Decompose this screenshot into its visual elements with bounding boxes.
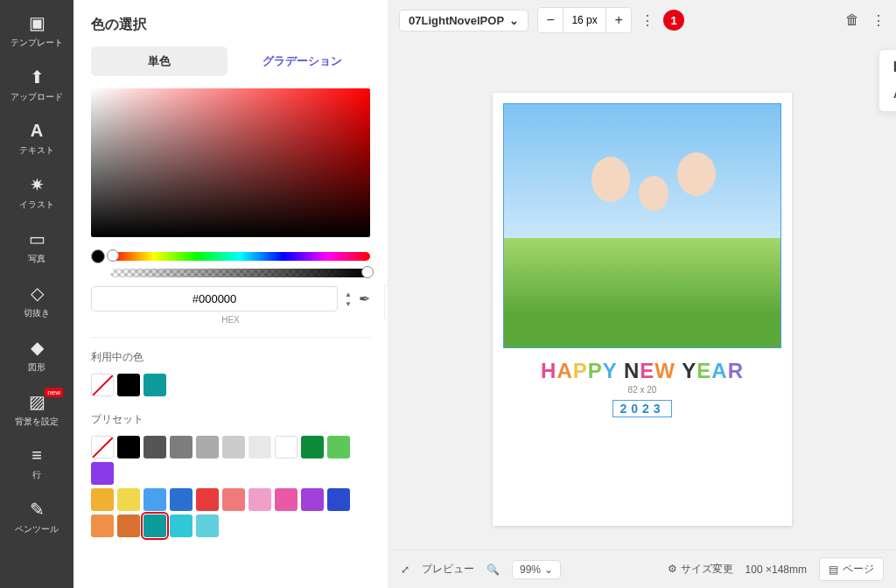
sidebar-item-shape[interactable]: ◆図形 bbox=[0, 328, 74, 382]
saturation-value-picker[interactable] bbox=[91, 88, 370, 237]
year-text[interactable]: 2023 bbox=[612, 400, 672, 417]
swatch[interactable] bbox=[248, 436, 271, 458]
more-icon[interactable]: ⋮ bbox=[640, 12, 654, 29]
swatch[interactable] bbox=[144, 436, 166, 458]
text-icon: A bbox=[31, 121, 43, 141]
panel-title: 色の選択 bbox=[91, 16, 370, 34]
hex-label: HEX bbox=[91, 315, 370, 325]
vertical-text-button[interactable]: A↓ bbox=[890, 83, 896, 104]
alpha-thumb[interactable] bbox=[361, 266, 374, 278]
lines-icon: ≡ bbox=[32, 445, 42, 466]
font-select[interactable]: 07LightNovelPOP⌄ bbox=[399, 10, 528, 32]
left-sidebar: ▣テンプレート ⬆アップロード Aテキスト ✷イラスト ▭写真 ◇切抜き ◆図形… bbox=[0, 0, 74, 588]
swatch[interactable] bbox=[196, 436, 219, 458]
swatch[interactable] bbox=[196, 488, 219, 511]
sidebar-item-text[interactable]: Aテキスト bbox=[0, 112, 74, 165]
swatch[interactable] bbox=[117, 374, 140, 396]
swatch[interactable] bbox=[196, 514, 219, 537]
swatch[interactable] bbox=[91, 462, 114, 485]
swatch[interactable] bbox=[327, 488, 350, 511]
tab-gradient[interactable]: グラデーション bbox=[234, 46, 371, 76]
canvas-dims: 100 ×148mm bbox=[746, 564, 807, 576]
card-photo[interactable] bbox=[503, 103, 781, 348]
bold-button[interactable]: B bbox=[890, 57, 896, 78]
more-icon[interactable]: ⋮ bbox=[872, 12, 886, 29]
hex-input[interactable] bbox=[91, 286, 338, 312]
preset-label: プリセット bbox=[91, 412, 370, 427]
preset-swatches bbox=[91, 436, 370, 537]
top-toolbar: 07LightNovelPOP⌄ − + ⋮ 1 🗑 ⋮ bbox=[388, 0, 896, 40]
sidebar-item-crop[interactable]: ◇切抜き bbox=[0, 274, 74, 328]
swatch[interactable] bbox=[91, 436, 114, 458]
swatch[interactable] bbox=[248, 488, 271, 511]
crop-icon: ◇ bbox=[31, 283, 44, 304]
swatch[interactable] bbox=[144, 514, 166, 537]
sidebar-item-illust[interactable]: ✷イラスト bbox=[0, 165, 74, 220]
hue-thumb[interactable] bbox=[107, 249, 119, 262]
photo-icon: ▭ bbox=[29, 228, 46, 249]
swatch[interactable] bbox=[301, 488, 324, 511]
sidebar-item-line[interactable]: ≡行 bbox=[0, 437, 74, 490]
swatch[interactable] bbox=[117, 514, 140, 537]
tab-solid[interactable]: 単色 bbox=[91, 46, 228, 76]
sidebar-item-background[interactable]: ▨new背景を設定 bbox=[0, 382, 74, 437]
background-icon: ▨ bbox=[29, 391, 46, 412]
swatch[interactable] bbox=[301, 436, 324, 458]
page-button[interactable]: ▤ ページ bbox=[819, 557, 884, 581]
swatch[interactable] bbox=[91, 514, 114, 537]
swatch[interactable] bbox=[170, 488, 192, 511]
zoom-select[interactable]: 99%⌄ bbox=[512, 560, 561, 579]
swatch[interactable] bbox=[222, 488, 245, 511]
font-size-decrease[interactable]: − bbox=[538, 8, 563, 32]
sidebar-item-upload[interactable]: ⬆アップロード bbox=[0, 58, 74, 112]
hex-stepper[interactable]: ▲▼ bbox=[345, 290, 352, 308]
upload-icon: ⬆ bbox=[30, 66, 45, 88]
trash-icon[interactable]: 🗑 bbox=[845, 12, 859, 29]
sidebar-item-pen[interactable]: ✎ペンツール bbox=[0, 490, 74, 544]
zoom-out-icon[interactable]: 🔍 bbox=[486, 564, 500, 576]
chevron-down-icon: ⌄ bbox=[509, 14, 519, 27]
swatch[interactable] bbox=[91, 488, 114, 511]
inuse-swatches bbox=[91, 374, 370, 396]
hue-slider[interactable] bbox=[110, 252, 370, 261]
font-size-increase[interactable]: + bbox=[606, 8, 631, 32]
resize-button[interactable]: ⚙ サイズ変更 bbox=[668, 562, 732, 577]
hue-thumb-preview bbox=[91, 249, 105, 263]
bottom-toolbar: ⤢ プレビュー 🔍 99%⌄ ⚙ サイズ変更 100 ×148mm ▤ ページ bbox=[388, 550, 896, 588]
shape-icon: ◆ bbox=[31, 337, 44, 358]
sidebar-item-template[interactable]: ▣テンプレート bbox=[0, 4, 74, 58]
sidebar-item-photo[interactable]: ▭写真 bbox=[0, 220, 74, 274]
happy-new-year-text[interactable]: HAPPY NEW YEAR bbox=[503, 359, 781, 383]
swatch[interactable] bbox=[275, 488, 298, 511]
inuse-label: 利用中の色 bbox=[91, 350, 370, 365]
chevron-down-icon: ⌄ bbox=[544, 564, 553, 576]
swatch[interactable] bbox=[117, 488, 140, 511]
swatch[interactable] bbox=[327, 436, 350, 458]
swatch-none[interactable] bbox=[91, 374, 114, 396]
swatch[interactable] bbox=[222, 436, 245, 458]
selection-dims: 82 x 20 bbox=[503, 385, 781, 395]
swatch[interactable] bbox=[117, 436, 140, 458]
design-card[interactable]: HAPPY NEW YEAR 82 x 20 2023 bbox=[493, 93, 792, 526]
swatch[interactable] bbox=[144, 488, 166, 511]
expand-icon[interactable]: ⤢ bbox=[401, 564, 410, 576]
swatch[interactable] bbox=[275, 436, 298, 458]
color-panel: 色の選択 単色 グラデーション ▲▼ ✒ HEX 利用中の色 プリセット ‹ bbox=[74, 0, 388, 588]
eyedropper-icon[interactable]: ✒ bbox=[359, 290, 370, 307]
font-size-input[interactable] bbox=[563, 8, 606, 32]
swatch[interactable] bbox=[170, 436, 192, 458]
pen-icon: ✎ bbox=[30, 499, 45, 520]
alpha-slider[interactable] bbox=[110, 269, 370, 277]
preview-button[interactable]: プレビュー bbox=[422, 562, 474, 577]
canvas-area: 07LightNovelPOP⌄ − + ⋮ 1 🗑 ⋮ B I S U A A… bbox=[388, 0, 896, 588]
callout-1: 1 bbox=[663, 10, 684, 31]
format-toolbar: B I S U A A ◔ Aa ≡ ⇕≡ ☰ A↓ 文字色 2 bbox=[878, 49, 896, 112]
swatch[interactable] bbox=[170, 514, 192, 537]
swatch[interactable] bbox=[144, 374, 166, 396]
sparkle-icon: ✷ bbox=[30, 174, 45, 195]
new-badge: new bbox=[45, 388, 63, 397]
template-icon: ▣ bbox=[29, 12, 46, 33]
